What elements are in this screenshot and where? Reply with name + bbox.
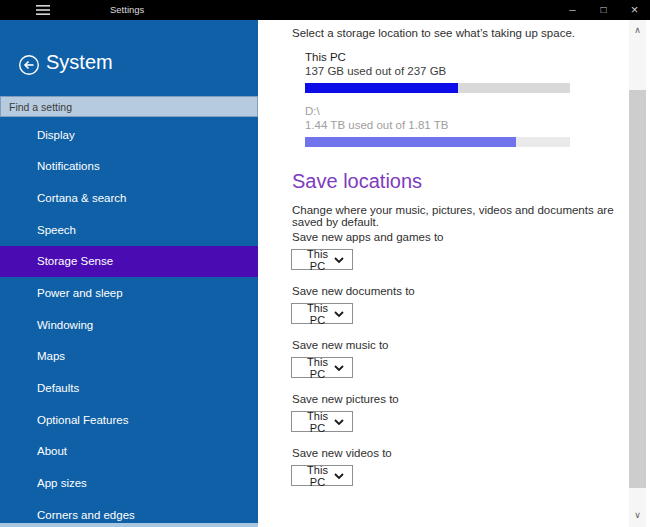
maximize-button[interactable]: □: [588, 0, 619, 20]
save-group-label: Save new music to: [291, 338, 389, 352]
sidebar-item-label: App sizes: [37, 477, 87, 489]
save-group-apps-and-games: Save new apps and games to This PC: [291, 230, 444, 270]
chevron-down-icon: [334, 473, 344, 479]
chevron-down-icon: [334, 419, 344, 425]
dropdown-value: This PC: [301, 410, 334, 434]
drive-usage: 1.44 TB used out of 1.81 TB: [305, 118, 570, 132]
sidebar-item-maps[interactable]: Maps: [0, 340, 258, 372]
sidebar-item-label: Storage Sense: [37, 255, 113, 267]
sidebar-item-app-sizes[interactable]: App sizes: [0, 467, 258, 499]
scroll-up-button[interactable]: ∧: [629, 20, 646, 40]
sidebar-item-windowing[interactable]: Windowing: [0, 309, 258, 341]
save-group-videos: Save new videos to This PC: [291, 446, 392, 486]
close-icon: ×: [631, 0, 639, 20]
minimize-button[interactable]: ─: [557, 0, 588, 20]
dropdown-value: This PC: [301, 356, 334, 380]
save-videos-dropdown[interactable]: This PC: [291, 465, 353, 486]
sidebar-item-label: About: [37, 445, 67, 457]
sidebar-item-about[interactable]: About: [0, 435, 258, 467]
save-group-music: Save new music to This PC: [291, 338, 389, 378]
sidebar-item-cortana-search[interactable]: Cortana & search: [0, 182, 258, 214]
sidebar-item-label: Cortana & search: [37, 192, 127, 204]
save-pictures-dropdown[interactable]: This PC: [291, 411, 353, 432]
dropdown-value: This PC: [301, 464, 334, 488]
sidebar-item-speech[interactable]: Speech: [0, 214, 258, 246]
sidebar-item-power-and-sleep[interactable]: Power and sleep: [0, 277, 258, 309]
save-group-pictures: Save new pictures to This PC: [291, 392, 399, 432]
sidebar: System Display Notifications Cortana & s…: [0, 20, 258, 523]
save-group-label: Save new apps and games to: [291, 230, 444, 244]
sidebar-nav: Display Notifications Cortana & search S…: [0, 119, 258, 523]
page-title: System: [46, 51, 113, 74]
save-group-label: Save new documents to: [291, 284, 415, 298]
chevron-down-icon: ∨: [634, 510, 641, 520]
scrollbar-thumb[interactable]: [629, 90, 646, 488]
back-arrow-icon: [18, 54, 40, 76]
settings-window: Settings ─ □ × System Display Notificati…: [0, 0, 650, 527]
close-button[interactable]: ×: [619, 0, 650, 20]
sidebar-item-label: Windowing: [37, 319, 93, 331]
sidebar-item-optional-features[interactable]: Optional Features: [0, 404, 258, 436]
drive-name: D:\: [305, 104, 570, 118]
sidebar-item-corners-and-edges[interactable]: Corners and edges: [0, 499, 258, 523]
intro-text: Select a storage location to see what’s …: [292, 27, 575, 39]
sidebar-item-label: Optional Features: [37, 414, 128, 426]
save-group-label: Save new pictures to: [291, 392, 399, 406]
save-locations-description: Change where your music, pictures, video…: [292, 204, 629, 228]
sidebar-item-label: Power and sleep: [37, 287, 123, 299]
storage-location-d-drive[interactable]: D:\ 1.44 TB used out of 1.81 TB: [305, 104, 570, 147]
usage-bar-fill: [305, 83, 458, 93]
scroll-down-button[interactable]: ∨: [629, 505, 646, 525]
sidebar-item-storage-sense[interactable]: Storage Sense: [0, 246, 258, 278]
chevron-up-icon: ∧: [634, 25, 641, 35]
sidebar-item-label: Defaults: [37, 382, 79, 394]
usage-bar-fill: [305, 137, 516, 147]
sidebar-header: System: [0, 20, 258, 96]
chevron-down-icon: [334, 311, 344, 317]
drive-usage: 137 GB used out of 237 GB: [305, 64, 570, 78]
sidebar-item-defaults[interactable]: Defaults: [0, 372, 258, 404]
sidebar-item-notifications[interactable]: Notifications: [0, 151, 258, 183]
sidebar-item-label: Speech: [37, 224, 76, 236]
save-group-label: Save new videos to: [291, 446, 392, 460]
main-content: Select a storage location to see what’s …: [258, 20, 629, 527]
window-title: Settings: [110, 0, 144, 20]
hamburger-menu-icon[interactable]: [36, 4, 50, 16]
save-group-documents: Save new documents to This PC: [291, 284, 415, 324]
dropdown-value: This PC: [301, 248, 334, 272]
chevron-down-icon: [334, 365, 344, 371]
maximize-icon: □: [600, 0, 606, 20]
save-locations-heading: Save locations: [292, 170, 422, 193]
minimize-icon: ─: [569, 0, 575, 20]
back-button[interactable]: [18, 54, 40, 76]
dropdown-value: This PC: [301, 302, 334, 326]
sidebar-item-display[interactable]: Display: [0, 119, 258, 151]
drive-name: This PC: [305, 50, 570, 64]
save-music-dropdown[interactable]: This PC: [291, 357, 353, 378]
sidebar-item-label: Maps: [37, 350, 65, 362]
chevron-down-icon: [334, 257, 344, 263]
sidebar-item-label: Display: [37, 129, 75, 141]
vertical-scrollbar[interactable]: ∧ ∨: [629, 20, 646, 527]
usage-bar: [305, 137, 570, 147]
usage-bar: [305, 83, 570, 93]
sidebar-item-label: Notifications: [37, 160, 100, 172]
titlebar: Settings ─ □ ×: [0, 0, 650, 20]
save-documents-dropdown[interactable]: This PC: [291, 303, 353, 324]
search-input[interactable]: [0, 96, 258, 117]
sidebar-item-label: Corners and edges: [37, 509, 135, 521]
window-controls: ─ □ ×: [557, 0, 650, 20]
window-bottom-edge: [0, 523, 258, 527]
save-apps-dropdown[interactable]: This PC: [291, 249, 353, 270]
storage-location-this-pc[interactable]: This PC 137 GB used out of 237 GB: [305, 50, 570, 93]
